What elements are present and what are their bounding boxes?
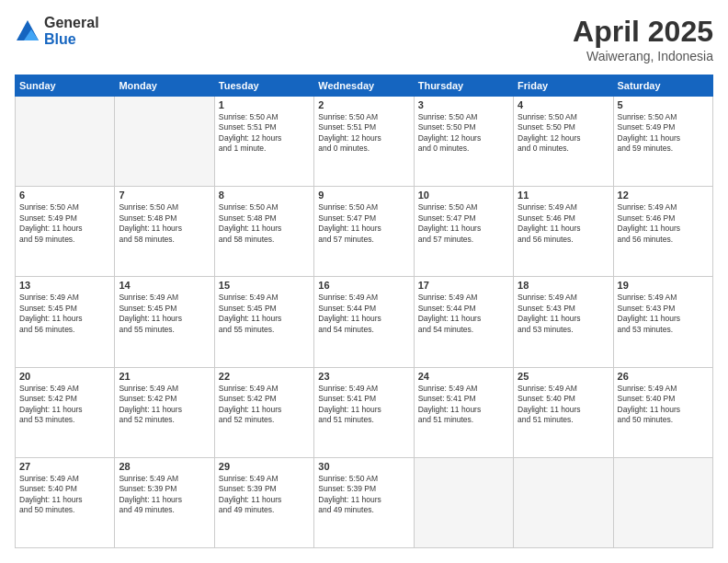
logo-general: General [44, 15, 99, 31]
day-info: Sunrise: 5:49 AM Sunset: 5:43 PM Dayligh… [518, 293, 609, 335]
day-info: Sunrise: 5:49 AM Sunset: 5:41 PM Dayligh… [418, 384, 509, 426]
day-number: 12 [618, 190, 709, 201]
col-tuesday: Tuesday [214, 75, 313, 97]
calendar-cell: 2Sunrise: 5:50 AM Sunset: 5:51 PM Daylig… [314, 97, 414, 187]
calendar-cell: 23Sunrise: 5:49 AM Sunset: 5:41 PM Dayli… [314, 367, 414, 457]
day-info: Sunrise: 5:49 AM Sunset: 5:46 PM Dayligh… [518, 202, 609, 245]
calendar-cell: 14Sunrise: 5:49 AM Sunset: 5:45 PM Dayli… [115, 277, 214, 367]
day-info: Sunrise: 5:49 AM Sunset: 5:44 PM Dayligh… [418, 293, 509, 335]
col-friday: Friday [514, 75, 613, 97]
calendar-cell: 21Sunrise: 5:49 AM Sunset: 5:42 PM Dayli… [115, 367, 214, 457]
day-number: 6 [19, 190, 110, 201]
day-info: Sunrise: 5:49 AM Sunset: 5:41 PM Dayligh… [318, 384, 409, 426]
page: General Blue April 2025 Waiwerang, Indon… [0, 0, 728, 563]
header: General Blue April 2025 Waiwerang, Indon… [15, 15, 713, 63]
subtitle: Waiwerang, Indonesia [573, 49, 713, 63]
calendar-week-2: 13Sunrise: 5:49 AM Sunset: 5:45 PM Dayli… [16, 277, 713, 367]
day-number: 8 [219, 190, 310, 201]
day-number: 13 [19, 280, 110, 291]
calendar-cell: 19Sunrise: 5:49 AM Sunset: 5:43 PM Dayli… [613, 277, 712, 367]
calendar-cell: 30Sunrise: 5:50 AM Sunset: 5:39 PM Dayli… [314, 457, 414, 547]
logo: General Blue [15, 15, 99, 47]
day-number: 22 [219, 371, 310, 382]
calendar-cell: 9Sunrise: 5:50 AM Sunset: 5:47 PM Daylig… [314, 187, 414, 277]
calendar-cell: 5Sunrise: 5:50 AM Sunset: 5:49 PM Daylig… [613, 97, 712, 187]
day-info: Sunrise: 5:49 AM Sunset: 5:39 PM Dayligh… [119, 474, 210, 516]
day-number: 14 [119, 280, 210, 291]
day-info: Sunrise: 5:49 AM Sunset: 5:42 PM Dayligh… [219, 384, 310, 426]
day-info: Sunrise: 5:50 AM Sunset: 5:49 PM Dayligh… [618, 112, 709, 155]
day-number: 2 [318, 99, 409, 110]
day-info: Sunrise: 5:50 AM Sunset: 5:47 PM Dayligh… [418, 202, 509, 245]
calendar-week-0: 1Sunrise: 5:50 AM Sunset: 5:51 PM Daylig… [16, 97, 713, 187]
calendar-cell: 27Sunrise: 5:49 AM Sunset: 5:40 PM Dayli… [16, 457, 115, 547]
day-number: 24 [418, 371, 509, 382]
calendar-week-1: 6Sunrise: 5:50 AM Sunset: 5:49 PM Daylig… [16, 187, 713, 277]
day-number: 27 [19, 461, 110, 472]
day-number: 15 [219, 280, 310, 291]
logo-text: General Blue [44, 15, 99, 47]
calendar-cell: 10Sunrise: 5:50 AM Sunset: 5:47 PM Dayli… [414, 187, 513, 277]
day-number: 16 [318, 280, 409, 291]
logo-blue: Blue [44, 31, 99, 48]
calendar-cell: 6Sunrise: 5:50 AM Sunset: 5:49 PM Daylig… [16, 187, 115, 277]
day-info: Sunrise: 5:50 AM Sunset: 5:39 PM Dayligh… [318, 474, 409, 516]
day-info: Sunrise: 5:50 AM Sunset: 5:51 PM Dayligh… [219, 112, 310, 155]
day-info: Sunrise: 5:50 AM Sunset: 5:50 PM Dayligh… [418, 112, 509, 155]
day-number: 10 [418, 190, 509, 201]
col-saturday: Saturday [613, 75, 712, 97]
col-thursday: Thursday [414, 75, 513, 97]
day-info: Sunrise: 5:49 AM Sunset: 5:44 PM Dayligh… [318, 293, 409, 335]
calendar-cell [115, 97, 214, 187]
calendar-week-3: 20Sunrise: 5:49 AM Sunset: 5:42 PM Dayli… [16, 367, 713, 457]
calendar-cell: 12Sunrise: 5:49 AM Sunset: 5:46 PM Dayli… [613, 187, 712, 277]
day-number: 26 [618, 371, 709, 382]
day-info: Sunrise: 5:49 AM Sunset: 5:42 PM Dayligh… [19, 384, 110, 426]
calendar-cell [514, 457, 613, 547]
calendar-cell: 15Sunrise: 5:49 AM Sunset: 5:45 PM Dayli… [214, 277, 313, 367]
calendar-cell: 18Sunrise: 5:49 AM Sunset: 5:43 PM Dayli… [514, 277, 613, 367]
day-number: 20 [19, 371, 110, 382]
header-row: Sunday Monday Tuesday Wednesday Thursday… [16, 75, 713, 97]
day-info: Sunrise: 5:49 AM Sunset: 5:45 PM Dayligh… [219, 293, 310, 335]
title-block: April 2025 Waiwerang, Indonesia [573, 15, 713, 63]
day-number: 11 [518, 190, 609, 201]
day-info: Sunrise: 5:49 AM Sunset: 5:40 PM Dayligh… [618, 384, 709, 426]
day-info: Sunrise: 5:50 AM Sunset: 5:48 PM Dayligh… [219, 202, 310, 245]
day-number: 30 [318, 461, 409, 472]
day-number: 3 [418, 99, 509, 110]
calendar-cell: 16Sunrise: 5:49 AM Sunset: 5:44 PM Dayli… [314, 277, 414, 367]
calendar-cell: 11Sunrise: 5:49 AM Sunset: 5:46 PM Dayli… [514, 187, 613, 277]
calendar-table: Sunday Monday Tuesday Wednesday Thursday… [15, 75, 713, 548]
calendar-cell [16, 97, 115, 187]
calendar-cell: 8Sunrise: 5:50 AM Sunset: 5:48 PM Daylig… [214, 187, 313, 277]
calendar-cell [613, 457, 712, 547]
day-number: 5 [618, 99, 709, 110]
day-number: 17 [418, 280, 509, 291]
day-info: Sunrise: 5:49 AM Sunset: 5:42 PM Dayligh… [119, 384, 210, 426]
day-info: Sunrise: 5:50 AM Sunset: 5:51 PM Dayligh… [318, 112, 409, 155]
day-number: 1 [219, 99, 310, 110]
calendar-cell: 29Sunrise: 5:49 AM Sunset: 5:39 PM Dayli… [214, 457, 313, 547]
month-title: April 2025 [573, 15, 713, 49]
day-info: Sunrise: 5:50 AM Sunset: 5:47 PM Dayligh… [318, 202, 409, 245]
day-number: 18 [518, 280, 609, 291]
calendar-cell: 13Sunrise: 5:49 AM Sunset: 5:45 PM Dayli… [16, 277, 115, 367]
calendar-cell: 25Sunrise: 5:49 AM Sunset: 5:40 PM Dayli… [514, 367, 613, 457]
calendar-cell: 4Sunrise: 5:50 AM Sunset: 5:50 PM Daylig… [514, 97, 613, 187]
day-number: 7 [119, 190, 210, 201]
calendar-cell: 3Sunrise: 5:50 AM Sunset: 5:50 PM Daylig… [414, 97, 513, 187]
calendar-cell: 17Sunrise: 5:49 AM Sunset: 5:44 PM Dayli… [414, 277, 513, 367]
day-info: Sunrise: 5:49 AM Sunset: 5:40 PM Dayligh… [19, 474, 110, 516]
day-info: Sunrise: 5:49 AM Sunset: 5:45 PM Dayligh… [19, 293, 110, 335]
calendar-cell: 20Sunrise: 5:49 AM Sunset: 5:42 PM Dayli… [16, 367, 115, 457]
day-number: 29 [219, 461, 310, 472]
col-wednesday: Wednesday [314, 75, 414, 97]
day-info: Sunrise: 5:49 AM Sunset: 5:45 PM Dayligh… [119, 293, 210, 335]
day-info: Sunrise: 5:49 AM Sunset: 5:43 PM Dayligh… [618, 293, 709, 335]
calendar-cell: 22Sunrise: 5:49 AM Sunset: 5:42 PM Dayli… [214, 367, 313, 457]
day-number: 28 [119, 461, 210, 472]
day-info: Sunrise: 5:50 AM Sunset: 5:50 PM Dayligh… [518, 112, 609, 155]
logo-icon [15, 18, 40, 44]
day-number: 23 [318, 371, 409, 382]
